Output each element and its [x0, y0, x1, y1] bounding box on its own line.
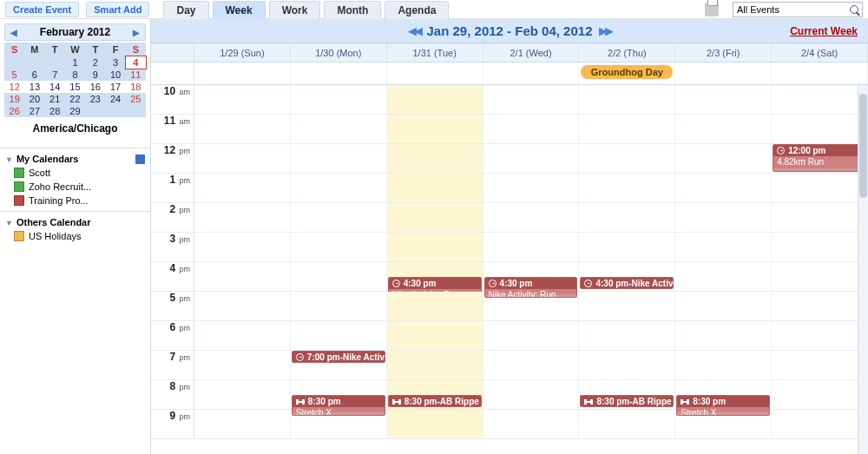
- day-header[interactable]: 1/30 (Mon): [291, 43, 387, 62]
- mini-cal-day[interactable]: 1: [65, 56, 85, 69]
- time-cell[interactable]: [387, 292, 483, 320]
- time-cell[interactable]: [194, 292, 291, 320]
- time-cell[interactable]: [387, 233, 483, 261]
- time-cell[interactable]: 4:30 pm-Nike Activit: [579, 262, 675, 291]
- time-cell[interactable]: [291, 203, 387, 232]
- tab-agenda[interactable]: Agenda: [385, 1, 449, 19]
- time-cell[interactable]: [194, 174, 291, 202]
- mini-cal-day[interactable]: 8: [65, 69, 85, 81]
- time-cell[interactable]: [579, 292, 675, 320]
- tab-week[interactable]: Week: [213, 1, 266, 19]
- others-calendars-header[interactable]: ▼Others Calendar: [5, 215, 145, 229]
- time-cell[interactable]: [483, 115, 580, 143]
- mini-cal-day[interactable]: 9: [85, 69, 105, 81]
- smart-add-button[interactable]: Smart Add: [86, 2, 149, 17]
- time-cell[interactable]: 12:00 pm4.82km Run: [772, 144, 868, 173]
- mini-cal-day[interactable]: 22: [65, 93, 85, 105]
- time-cell[interactable]: [291, 410, 387, 438]
- time-cell[interactable]: [675, 292, 772, 320]
- time-cell[interactable]: [483, 410, 580, 438]
- time-cell[interactable]: [387, 321, 483, 350]
- time-cell[interactable]: [772, 351, 868, 379]
- mini-cal-day[interactable]: 3: [105, 56, 125, 69]
- time-cell[interactable]: [579, 85, 675, 114]
- time-cell[interactable]: 7:00 pm-Nike Activit: [291, 351, 387, 379]
- day-header[interactable]: 1/29 (Sun): [194, 43, 291, 62]
- prev-month-button[interactable]: ◀: [10, 28, 17, 37]
- mini-cal-day[interactable]: 12: [4, 81, 24, 93]
- mini-cal-day[interactable]: 19: [4, 93, 24, 105]
- allday-cell[interactable]: [291, 63, 387, 84]
- mini-cal-day[interactable]: 15: [65, 81, 85, 93]
- allday-cell[interactable]: [772, 63, 868, 84]
- mini-cal-day[interactable]: 17: [105, 81, 125, 93]
- day-header[interactable]: 1/31 (Tue): [387, 43, 483, 62]
- mini-cal-day[interactable]: 14: [45, 81, 65, 93]
- time-cell[interactable]: 4:30 pmNike Activity: Run: [387, 262, 483, 291]
- time-cell[interactable]: [194, 351, 291, 379]
- time-cell[interactable]: 8:30 pmStretch X: [675, 380, 772, 409]
- time-cell[interactable]: [772, 203, 868, 232]
- allday-cell[interactable]: [194, 63, 291, 84]
- time-cell[interactable]: [675, 174, 772, 202]
- time-cell[interactable]: [579, 410, 675, 438]
- time-cell[interactable]: [194, 203, 291, 232]
- time-cell[interactable]: [387, 144, 483, 173]
- time-cell[interactable]: [194, 115, 291, 143]
- day-header[interactable]: 2/1 (Wed): [483, 43, 580, 62]
- time-cell[interactable]: [483, 233, 580, 261]
- next-month-button[interactable]: ▶: [133, 28, 140, 37]
- time-grid-scroll[interactable]: 10 am11 am12 pm12:00 pm4.82km Run1 pm2 p…: [151, 85, 868, 454]
- mini-cal-day[interactable]: 21: [45, 93, 65, 105]
- time-cell[interactable]: [772, 262, 868, 291]
- time-cell[interactable]: [483, 292, 580, 320]
- mini-cal-day[interactable]: 16: [85, 81, 105, 93]
- my-calendar-item[interactable]: Zoho Recruit...: [5, 180, 145, 194]
- mini-cal-day[interactable]: 26: [4, 105, 24, 117]
- time-cell[interactable]: [194, 410, 291, 438]
- time-cell[interactable]: [291, 292, 387, 320]
- mini-cal-day[interactable]: 6: [24, 69, 44, 81]
- tab-day[interactable]: Day: [163, 1, 208, 19]
- time-cell[interactable]: [194, 233, 291, 261]
- time-cell[interactable]: 4:30 pmNike Activity: Run: [483, 262, 580, 291]
- time-cell[interactable]: [772, 410, 868, 438]
- tab-month[interactable]: Month: [324, 1, 381, 19]
- time-cell[interactable]: [675, 144, 772, 173]
- time-cell[interactable]: [579, 321, 675, 350]
- time-cell[interactable]: [675, 233, 772, 261]
- time-cell[interactable]: [483, 380, 580, 409]
- time-cell[interactable]: [675, 85, 772, 114]
- mini-cal-day[interactable]: 24: [105, 93, 125, 105]
- time-cell[interactable]: [579, 144, 675, 173]
- create-event-button[interactable]: Create Event: [5, 2, 79, 17]
- time-cell[interactable]: [387, 115, 483, 143]
- tab-work[interactable]: Work: [269, 1, 321, 19]
- mini-cal-day[interactable]: 5: [4, 69, 24, 81]
- calendar-settings-icon[interactable]: [135, 155, 145, 164]
- my-calendars-header[interactable]: ▼My Calendars: [5, 152, 145, 166]
- print-icon[interactable]: [705, 3, 719, 16]
- mini-cal-day[interactable]: 28: [45, 105, 65, 117]
- day-header[interactable]: 2/3 (Fri): [675, 43, 772, 62]
- time-cell[interactable]: [675, 351, 772, 379]
- time-cell[interactable]: [772, 85, 868, 114]
- scrollbar-thumb[interactable]: [859, 94, 867, 198]
- mini-cal-day[interactable]: 23: [85, 93, 105, 105]
- time-cell[interactable]: [772, 292, 868, 320]
- event-filter-select[interactable]: All Events: [733, 2, 863, 17]
- time-cell[interactable]: [291, 262, 387, 291]
- mini-cal-day[interactable]: 25: [126, 93, 146, 105]
- time-cell[interactable]: [483, 351, 580, 379]
- allday-cell[interactable]: [675, 63, 772, 84]
- calendar-event[interactable]: 8:30 pm-AB Rippe: [388, 395, 482, 407]
- mini-cal-day[interactable]: 4: [126, 56, 146, 69]
- time-cell[interactable]: [772, 321, 868, 350]
- time-cell[interactable]: [579, 174, 675, 202]
- time-cell[interactable]: [387, 203, 483, 232]
- time-cell[interactable]: [579, 115, 675, 143]
- mini-cal-day[interactable]: 7: [45, 69, 65, 81]
- time-cell[interactable]: [194, 380, 291, 409]
- time-cell[interactable]: [675, 262, 772, 291]
- time-cell[interactable]: [579, 233, 675, 261]
